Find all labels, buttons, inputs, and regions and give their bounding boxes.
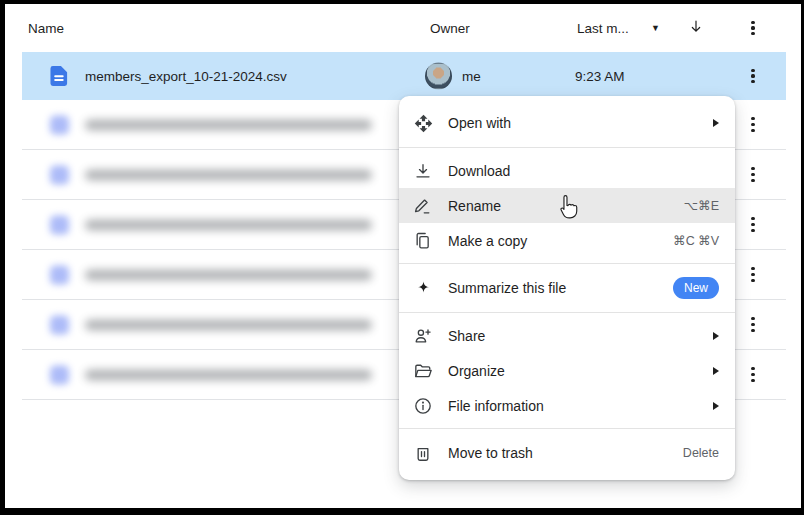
submenu-arrow-icon	[713, 367, 719, 375]
open-with-icon	[413, 113, 433, 133]
menu-section: DownloadRename⌥⌘EMake a copy⌘C ⌘V	[399, 153, 735, 258]
table-row-selected[interactable]: members_export_10-21-2024.csv me 9:23 AM	[22, 52, 786, 100]
folder-icon	[413, 361, 433, 381]
blurred-file-icon	[50, 165, 69, 184]
column-header-last-modified[interactable]: Last m...	[577, 21, 629, 36]
menu-section: Move to trashDelete	[399, 434, 735, 472]
person-add-icon	[413, 326, 433, 346]
table-header: Name Owner Last m... ▼	[22, 4, 786, 52]
blurred-file-name	[85, 369, 372, 380]
submenu-arrow-icon	[713, 402, 719, 410]
trash-icon	[413, 443, 433, 463]
blurred-file-icon	[50, 215, 69, 234]
blurred-file-name	[85, 219, 372, 230]
csv-file-icon	[50, 66, 68, 86]
menu-item-shortcut: ⌘C ⌘V	[673, 233, 719, 248]
menu-section: Open with	[399, 104, 735, 142]
menu-item-move-to-trash[interactable]: Move to trashDelete	[399, 434, 735, 472]
screenshot-frame: Name Owner Last m... ▼ member	[0, 0, 804, 515]
menu-item-share[interactable]: Share	[399, 318, 735, 353]
menu-item-open-with[interactable]: Open with	[399, 104, 735, 142]
row-more-options-icon[interactable]	[741, 163, 765, 187]
row-more-options-icon[interactable]	[741, 213, 765, 237]
menu-divider	[399, 147, 735, 148]
owner-label: me	[462, 69, 481, 84]
menu-divider	[399, 312, 735, 313]
blurred-file-name	[85, 119, 372, 130]
blurred-file-name	[85, 169, 372, 180]
menu-divider	[399, 428, 735, 429]
menu-item-label: Rename	[448, 198, 684, 214]
menu-item-shortcut: ⌥⌘E	[684, 198, 719, 213]
owner-avatar	[425, 63, 452, 90]
context-menu-sections: Open withDownloadRename⌥⌘EMake a copy⌘C …	[399, 104, 735, 472]
drive-file-list: Name Owner Last m... ▼ member	[5, 4, 801, 508]
menu-divider	[399, 263, 735, 264]
menu-item-rename[interactable]: Rename⌥⌘E	[399, 188, 735, 223]
copy-icon	[413, 231, 433, 251]
menu-item-label: Open with	[448, 115, 713, 131]
submenu-arrow-icon	[713, 332, 719, 340]
menu-item-shortcut: Delete	[683, 446, 719, 460]
sort-direction-icon[interactable]	[688, 19, 704, 38]
row-more-options-icon[interactable]	[741, 313, 765, 337]
menu-item-label: File information	[448, 398, 713, 414]
blurred-file-icon	[50, 315, 69, 334]
blurred-file-name	[85, 319, 372, 330]
submenu-arrow-icon	[713, 119, 719, 127]
menu-item-download[interactable]: Download	[399, 153, 735, 188]
sparkle-icon	[413, 278, 433, 298]
menu-item-label: Organize	[448, 363, 713, 379]
menu-section: ShareOrganizeFile information	[399, 318, 735, 423]
header-more-options-icon[interactable]	[741, 16, 765, 40]
blurred-file-icon	[50, 115, 69, 134]
dropdown-caret-icon[interactable]: ▼	[651, 23, 660, 33]
menu-section: Summarize this fileNew	[399, 269, 735, 307]
modified-time: 9:23 AM	[575, 69, 625, 84]
menu-item-summarize-this-file[interactable]: Summarize this fileNew	[399, 269, 735, 307]
info-icon	[413, 396, 433, 416]
blurred-file-icon	[50, 365, 69, 384]
menu-item-label: Download	[448, 163, 719, 179]
column-header-owner[interactable]: Owner	[430, 21, 470, 36]
row-more-options-icon[interactable]	[741, 113, 765, 137]
menu-item-label: Share	[448, 328, 713, 344]
row-more-options-icon[interactable]	[741, 263, 765, 287]
blurred-file-icon	[50, 265, 69, 284]
menu-item-label: Make a copy	[448, 233, 673, 249]
row-more-options-icon[interactable]	[741, 64, 765, 88]
menu-item-organize[interactable]: Organize	[399, 353, 735, 388]
menu-item-label: Summarize this file	[448, 280, 673, 296]
blurred-file-name	[85, 269, 372, 280]
column-header-name[interactable]: Name	[28, 21, 64, 36]
menu-item-file-information[interactable]: File information	[399, 388, 735, 423]
row-more-options-icon[interactable]	[741, 363, 765, 387]
file-name: members_export_10-21-2024.csv	[85, 69, 287, 84]
context-menu: Open withDownloadRename⌥⌘EMake a copy⌘C …	[399, 96, 735, 480]
menu-item-make-a-copy[interactable]: Make a copy⌘C ⌘V	[399, 223, 735, 258]
rename-icon	[413, 196, 433, 216]
menu-item-label: Move to trash	[448, 445, 683, 461]
new-badge: New	[673, 277, 719, 299]
download-icon	[413, 161, 433, 181]
